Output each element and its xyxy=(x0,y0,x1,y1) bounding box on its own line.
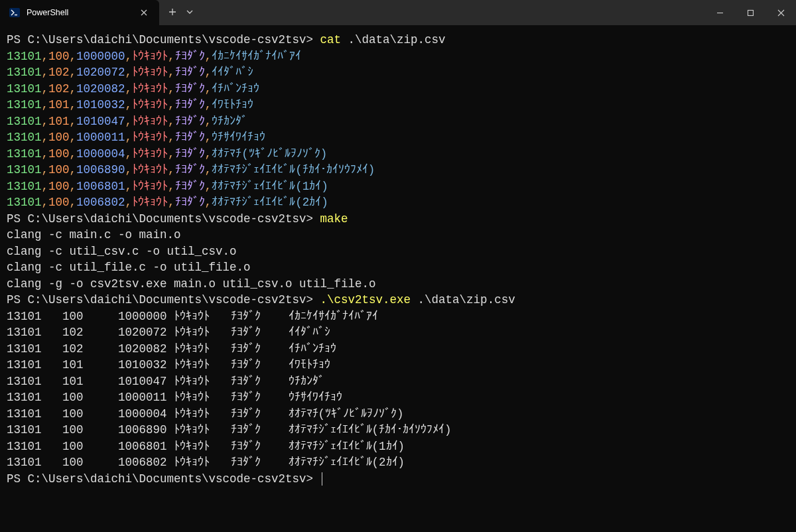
prompt: PS C:\Users\daichi\Documents\vscode-csv2… xyxy=(7,212,320,226)
csv-cell: 100 xyxy=(48,180,70,193)
svg-rect-3 xyxy=(748,10,753,15)
csv-separator: , xyxy=(70,196,77,209)
csv-separator: , xyxy=(42,115,49,128)
csv-separator: , xyxy=(70,147,77,161)
tab-powershell[interactable]: PowerShell xyxy=(0,0,159,25)
powershell-icon xyxy=(9,7,20,18)
terminal-line: 13101,100,1006890,ﾄｳｷｮｳﾄ,ﾁﾖﾀﾞｸ,ｵｵﾃﾏﾁｼﾞｪｲ… xyxy=(7,162,789,178)
minimize-button[interactable] xyxy=(704,0,735,25)
csv-cell: 101 xyxy=(48,98,70,111)
csv-cell: 100 xyxy=(48,50,70,63)
build-output: clang -c util_file.c -o util_file.o xyxy=(7,261,251,274)
csv-cell: 100 xyxy=(48,131,70,144)
csv-separator: , xyxy=(205,196,212,209)
csv-cell: 13101 xyxy=(7,98,42,111)
csv-separator: , xyxy=(42,180,49,193)
terminal-line: 13101,102,1020072,ﾄｳｷｮｳﾄ,ﾁﾖﾀﾞｸ,ｲｲﾀﾞﾊﾞｼ xyxy=(7,64,789,81)
csv-cell: ﾄｳｷｮｳﾄ xyxy=(132,163,168,176)
tsv-row: 13101 101 1010032 ﾄｳｷｮｳﾄ ﾁﾖﾀﾞｸ ｲﾜﾓﾄﾁｮｳ xyxy=(7,358,330,371)
tab-title: PowerShell xyxy=(27,8,131,17)
command: make xyxy=(320,212,348,226)
csv-cell: 1020082 xyxy=(76,82,125,96)
csv-cell: ﾁﾖﾀﾞｸ xyxy=(175,115,205,128)
csv-cell: ﾁﾖﾀﾞｸ xyxy=(175,131,205,144)
csv-cell: ﾄｳｷｮｳﾄ xyxy=(132,50,168,63)
maximize-button[interactable] xyxy=(735,0,765,25)
csv-separator: , xyxy=(205,131,212,144)
terminal-line: 13101 100 1000000 ﾄｳｷｮｳﾄ ﾁﾖﾀﾞｸ ｲｶﾆｹｲｻｲｶﾞ… xyxy=(7,308,789,325)
tsv-row: 13101 100 1000000 ﾄｳｷｮｳﾄ ﾁﾖﾀﾞｸ ｲｶﾆｹｲｻｲｶﾞ… xyxy=(7,310,378,323)
tsv-row: 13101 102 1020082 ﾄｳｷｮｳﾄ ﾁﾖﾀﾞｸ ｲﾁﾊﾞﾝﾁｮｳ xyxy=(7,342,336,356)
csv-separator: , xyxy=(168,163,175,176)
csv-separator: , xyxy=(168,82,175,96)
csv-cell: 1000000 xyxy=(76,50,125,63)
title-bar-drag-region[interactable] xyxy=(203,0,704,25)
terminal-line: 13101 102 1020072 ﾄｳｷｮｳﾄ ﾁﾖﾀﾞｸ ｲｲﾀﾞﾊﾞｼ xyxy=(7,324,789,341)
terminal-line: 13101,100,1000000,ﾄｳｷｮｳﾄ,ﾁﾖﾀﾞｸ,ｲｶﾆｹｲｻｲｶﾞ… xyxy=(7,48,789,65)
close-window-button[interactable] xyxy=(765,0,796,25)
terminal-line: PS C:\Users\daichi\Documents\vscode-csv2… xyxy=(7,211,789,228)
csv-separator: , xyxy=(205,147,212,161)
csv-separator: , xyxy=(125,180,133,193)
terminal-line: clang -c main.c -o main.o xyxy=(7,227,789,243)
csv-separator: , xyxy=(70,131,77,144)
csv-separator: , xyxy=(42,66,49,79)
terminal-line: 13101 101 1010032 ﾄｳｷｮｳﾄ ﾁﾖﾀﾞｸ ｲﾜﾓﾄﾁｮｳ xyxy=(7,357,789,373)
tab-actions xyxy=(159,0,203,25)
terminal-line: 13101 102 1020082 ﾄｳｷｮｳﾄ ﾁﾖﾀﾞｸ ｲﾁﾊﾞﾝﾁｮｳ xyxy=(7,341,789,358)
csv-separator: , xyxy=(125,50,133,63)
tab-close-button[interactable] xyxy=(138,7,150,19)
terminal-viewport[interactable]: PS C:\Users\daichi\Documents\vscode-csv2… xyxy=(0,25,796,494)
csv-cell: 101 xyxy=(48,115,70,128)
csv-cell: ｲｶﾆｹｲｻｲｶﾞﾅｲﾊﾞｱｲ xyxy=(212,50,301,63)
build-output: clang -c main.c -o main.o xyxy=(7,228,181,241)
csv-separator: , xyxy=(70,50,77,63)
csv-separator: , xyxy=(70,180,77,193)
csv-separator: , xyxy=(70,82,77,96)
csv-cell: 102 xyxy=(48,82,70,96)
csv-cell: 13101 xyxy=(7,115,42,128)
argument: .\data\zip.csv xyxy=(418,293,515,306)
csv-cell: 13101 xyxy=(7,82,42,96)
csv-cell: 13101 xyxy=(7,163,42,176)
terminal-line: 13101,100,1006801,ﾄｳｷｮｳﾄ,ﾁﾖﾀﾞｸ,ｵｵﾃﾏﾁｼﾞｪｲ… xyxy=(7,178,789,195)
command: cat xyxy=(320,33,348,46)
csv-separator: , xyxy=(125,115,133,128)
csv-cell: ﾁﾖﾀﾞｸ xyxy=(175,180,205,193)
csv-separator: , xyxy=(125,131,133,144)
terminal-line: 13101,100,1000004,ﾄｳｷｮｳﾄ,ﾁﾖﾀﾞｸ,ｵｵﾃﾏﾁ(ﾂｷﾞ… xyxy=(7,146,789,163)
new-tab-button[interactable] xyxy=(168,7,176,18)
csv-cell: ﾄｳｷｮｳﾄ xyxy=(132,66,168,79)
csv-separator: , xyxy=(42,82,49,96)
csv-separator: , xyxy=(205,50,212,63)
csv-cell: ﾁﾖﾀﾞｸ xyxy=(175,50,205,63)
csv-separator: , xyxy=(205,115,212,128)
csv-cell: ﾄｳｷｮｳﾄ xyxy=(132,98,168,111)
title-bar: PowerShell xyxy=(0,0,796,25)
build-output: clang -g -o csv2tsv.exe main.o util_csv.… xyxy=(7,277,376,291)
csv-separator: , xyxy=(42,131,49,144)
csv-separator: , xyxy=(125,82,133,96)
tsv-row: 13101 100 1006802 ﾄｳｷｮｳﾄ ﾁﾖﾀﾞｸ ｵｵﾃﾏﾁｼﾞｪｲ… xyxy=(7,456,405,469)
text-cursor xyxy=(322,472,322,486)
csv-cell: ﾄｳｷｮｳﾄ xyxy=(132,147,168,161)
csv-cell: 100 xyxy=(48,196,70,209)
terminal-line: 13101 101 1010047 ﾄｳｷｮｳﾄ ﾁﾖﾀﾞｸ ｳﾁｶﾝﾀﾞ xyxy=(7,373,789,390)
csv-cell: 1006801 xyxy=(76,180,125,193)
csv-cell: 13101 xyxy=(7,147,42,161)
csv-cell: ｳﾁｻｲﾜｲﾁｮｳ xyxy=(212,131,265,144)
csv-separator: , xyxy=(125,66,133,79)
csv-cell: ﾁﾖﾀﾞｸ xyxy=(175,147,205,161)
csv-cell: 13101 xyxy=(7,180,42,193)
csv-cell: 13101 xyxy=(7,50,42,63)
csv-cell: 13101 xyxy=(7,66,42,79)
csv-separator: , xyxy=(42,98,49,111)
csv-separator: , xyxy=(205,82,212,96)
csv-separator: , xyxy=(168,115,175,128)
csv-separator: , xyxy=(42,163,49,176)
csv-cell: ｲﾁﾊﾞﾝﾁｮｳ xyxy=(212,82,259,96)
tsv-row: 13101 100 1006890 ﾄｳｷｮｳﾄ ﾁﾖﾀﾞｸ ｵｵﾃﾏﾁｼﾞｪｲ… xyxy=(7,423,452,436)
tab-dropdown-button[interactable] xyxy=(186,7,194,18)
argument: .\data\zip.csv xyxy=(348,33,446,46)
terminal-line: 13101,102,1020082,ﾄｳｷｮｳﾄ,ﾁﾖﾀﾞｸ,ｲﾁﾊﾞﾝﾁｮｳ xyxy=(7,81,789,98)
